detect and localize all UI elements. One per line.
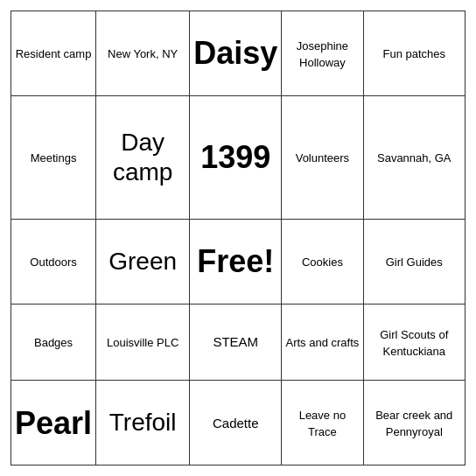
cell-2-3: Cookies <box>282 219 363 304</box>
bingo-grid: Resident campNew York, NYDaisyJosephine … <box>10 10 466 466</box>
cell-2-2: Free! <box>190 219 282 304</box>
cell-1-3: Volunteers <box>282 95 363 219</box>
cell-0-2: Daisy <box>190 11 282 96</box>
cell-3-2: STEAM <box>190 304 282 381</box>
cell-1-0: Meetings <box>11 95 96 219</box>
cell-1-1: Day camp <box>96 95 190 219</box>
cell-1-2: 1399 <box>190 95 282 219</box>
cell-2-1: Green <box>96 219 190 304</box>
cell-3-4: Girl Scouts of Kentuckiana <box>363 304 465 381</box>
cell-4-3: Leave no Trace <box>282 381 363 466</box>
cell-0-3: Josephine Holloway <box>282 11 363 96</box>
cell-0-4: Fun patches <box>363 11 465 96</box>
cell-4-1: Trefoil <box>96 381 190 466</box>
cell-4-2: Cadette <box>190 381 282 466</box>
cell-1-4: Savannah, GA <box>363 95 465 219</box>
cell-0-0: Resident camp <box>11 11 96 96</box>
cell-4-4: Bear creek and Pennyroyal <box>363 381 465 466</box>
cell-4-0: Pearl <box>11 381 96 466</box>
cell-0-1: New York, NY <box>96 11 190 96</box>
cell-3-0: Badges <box>11 304 96 381</box>
cell-2-0: Outdoors <box>11 219 96 304</box>
cell-3-3: Arts and crafts <box>282 304 363 381</box>
cell-2-4: Girl Guides <box>363 219 465 304</box>
cell-3-1: Louisville PLC <box>96 304 190 381</box>
